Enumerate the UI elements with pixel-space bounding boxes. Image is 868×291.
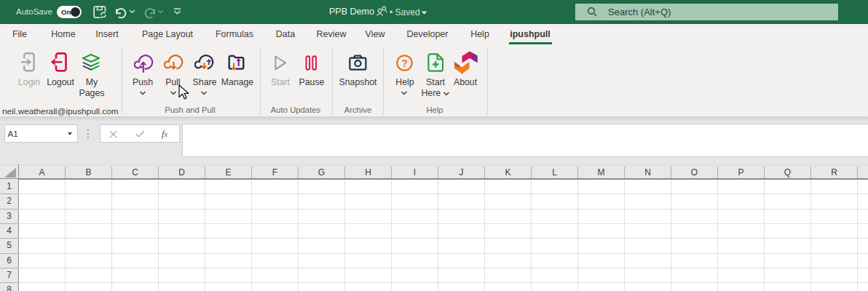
- svg-text:?: ?: [401, 57, 408, 69]
